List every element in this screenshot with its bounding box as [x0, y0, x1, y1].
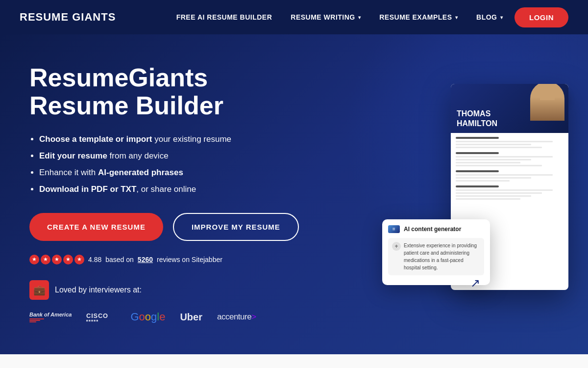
ai-content-card: AI content generator + Extensive experie…	[382, 219, 490, 285]
chevron-down-icon: ▾	[455, 15, 458, 20]
briefcase-icon: 💼	[29, 280, 49, 300]
rating-count-link[interactable]: 5260	[138, 256, 153, 263]
star-5: ★	[74, 255, 84, 264]
svg-rect-5	[97, 319, 98, 321]
star-4: ★	[63, 255, 73, 264]
svg-text:CISCO: CISCO	[86, 312, 108, 319]
svg-rect-4	[94, 319, 96, 321]
svg-rect-2	[89, 319, 91, 321]
bullet-4: Download in PDF or TXT, or share online	[39, 184, 299, 195]
brand-logo[interactable]: RESUME GIANTS	[20, 11, 116, 24]
avatar	[530, 84, 564, 121]
improve-resume-button[interactable]: IMPROVE MY RESUME	[173, 213, 299, 241]
resume-name: THOMAS HAMILTON	[457, 109, 497, 128]
loved-section: 💼 Loved by interviewers at:	[29, 280, 299, 300]
rating-score: 4.88	[88, 256, 101, 263]
lower-section: Resume Templates that Will Get You Hired…	[0, 354, 588, 368]
cisco-svg: CISCO	[86, 310, 116, 323]
create-resume-button[interactable]: CREATE A NEW RESUME	[29, 213, 163, 241]
nav-links: FREE AI RESUME BUILDER RESUME WRITING ▾ …	[170, 7, 568, 27]
ai-icon	[388, 225, 400, 233]
resume-body	[451, 133, 568, 208]
company-cisco: CISCO	[86, 310, 116, 325]
chevron-down-icon: ▾	[358, 15, 361, 20]
login-button[interactable]: LOGIN	[514, 7, 568, 27]
rating-suffix: reviews on Sitejabber	[157, 256, 222, 263]
nav-link-blog[interactable]: BLOG ▾	[469, 9, 510, 25]
star-1: ★	[29, 255, 39, 264]
bullet-2: Edit your resume from any device	[39, 150, 299, 162]
bullet-1: Choose a template or import your existin…	[39, 133, 299, 145]
ai-plus-icon[interactable]: +	[392, 242, 401, 251]
hero-content-left: ResumeGiants Resume Builder Choose a tem…	[29, 64, 299, 325]
bullet-3: Enhance it with AI-generated phrases	[39, 167, 299, 179]
star-rating: ★ ★ ★ ★ ★	[29, 255, 84, 264]
nav-link-examples[interactable]: RESUME EXAMPLES ▾	[372, 9, 465, 25]
cursor-icon: ↗	[470, 276, 480, 290]
svg-rect-3	[92, 319, 93, 321]
ai-card-title: AI content generator	[404, 226, 461, 233]
star-3: ★	[52, 255, 62, 264]
hero-buttons: CREATE A NEW RESUME IMPROVE MY RESUME	[29, 213, 299, 241]
ai-card-text: Extensive experience in providing patien…	[404, 242, 480, 271]
navbar: RESUME GIANTS FREE AI RESUME BUILDER RES…	[0, 0, 588, 34]
star-2: ★	[41, 255, 50, 264]
hero-title: ResumeGiants Resume Builder	[29, 64, 299, 120]
company-uber: Uber	[180, 312, 202, 323]
rating-row: ★ ★ ★ ★ ★ 4.88 based on 5260 reviews on …	[29, 255, 299, 264]
ai-card-body: + Extensive experience in providing pati…	[388, 238, 484, 275]
hero-bullets: Choose a template or import your existin…	[29, 133, 299, 195]
resume-mockup: HIRED 👍 THOMAS HAMILTON	[382, 84, 568, 305]
rating-based-text: based on	[105, 256, 134, 263]
nav-link-builder[interactable]: FREE AI RESUME BUILDER	[170, 9, 279, 25]
company-accenture: accenture>	[217, 312, 256, 322]
company-logos: Bank of America CISCO	[29, 310, 299, 325]
loved-text: Loved by interviewers at:	[55, 286, 142, 294]
chevron-down-icon: ▾	[500, 15, 503, 20]
hero-section: ResumeGiants Resume Builder Choose a tem…	[0, 34, 588, 354]
company-boa: Bank of America	[29, 312, 72, 322]
company-google: Google	[130, 311, 165, 323]
nav-link-writing[interactable]: RESUME WRITING ▾	[284, 9, 368, 25]
svg-rect-1	[86, 319, 88, 321]
